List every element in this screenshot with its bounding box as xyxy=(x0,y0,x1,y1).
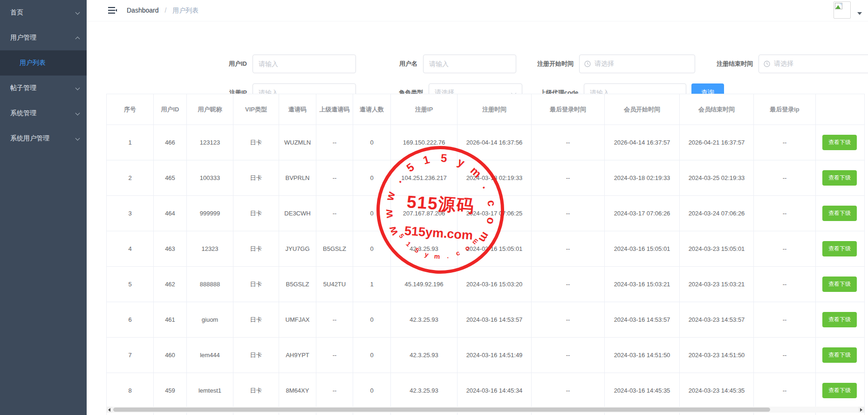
sidebar-item-user-management[interactable]: 用户管理 xyxy=(0,25,87,50)
table-cell: 日卡 xyxy=(233,160,279,196)
table-cell: -- xyxy=(754,267,816,302)
menu-fold-icon[interactable] xyxy=(108,7,117,14)
table-cell: 2024-03-16 15:05:01 xyxy=(605,231,680,267)
table-cell: 104.251.236.217 xyxy=(391,160,458,196)
sidebar-item-label: 首页 xyxy=(10,8,23,17)
sidebar-item-system-user-management[interactable]: 系统用户管理 xyxy=(0,126,87,151)
breadcrumb-dashboard-link[interactable]: Dashboard xyxy=(127,7,159,14)
table-row: 8459lemtest1日卡8M64XY--042.3.25.932024-03… xyxy=(107,373,865,408)
table-cell: 464 xyxy=(154,196,187,231)
table-cell: -- xyxy=(754,338,816,373)
view-subordinates-button[interactable]: 查看下级 xyxy=(822,135,857,150)
table-cell: 0 xyxy=(353,125,391,160)
sidebar: 首页 用户管理 用户列表 帖子管理 系统管理 系统用户管理 xyxy=(0,0,87,415)
table-cell: -- xyxy=(316,125,353,160)
view-subordinates-button[interactable]: 查看下级 xyxy=(822,241,857,256)
table-row: 1466123123日卡WUZMLN--0169.150.222.762026-… xyxy=(107,125,865,160)
table-column-header: 最后登录时间 xyxy=(532,94,605,125)
scrollbar-thumb[interactable] xyxy=(113,408,770,412)
table-cell: -- xyxy=(316,373,353,408)
table-column-header: VIP类型 xyxy=(233,94,279,125)
table-cell: 2024-03-17 07:06:26 xyxy=(605,196,680,231)
view-subordinates-button[interactable]: 查看下级 xyxy=(822,312,857,327)
table-column-header: 注册IP xyxy=(391,94,458,125)
table-cell: 2024-03-17 07:06:25 xyxy=(458,196,532,231)
horizontal-scrollbar[interactable] xyxy=(106,407,864,413)
scroll-left-arrow[interactable] xyxy=(106,407,112,413)
table-cell: -- xyxy=(754,302,816,338)
scroll-right-arrow[interactable] xyxy=(858,407,864,413)
table-cell: 463 xyxy=(154,231,187,267)
table-cell: UMFJAX xyxy=(279,302,316,338)
table-column-header: 注册时间 xyxy=(458,94,532,125)
clock-icon xyxy=(584,61,591,67)
view-subordinates-button[interactable]: 查看下级 xyxy=(822,170,857,186)
table-cell-action: 查看下级 xyxy=(816,373,865,408)
table-cell: -- xyxy=(532,338,605,373)
table-cell: 5U42TU xyxy=(316,267,353,302)
table-cell: lem444 xyxy=(187,338,233,373)
filter-reg-start-time: 注册开始时间 请选择 xyxy=(535,55,695,73)
table-cell: 日卡 xyxy=(233,196,279,231)
table-cell: 8 xyxy=(107,373,154,408)
table-cell: 8M64XY xyxy=(279,373,316,408)
table-cell: 2024-03-16 14:45:34 xyxy=(458,373,532,408)
table-cell-action: 查看下级 xyxy=(816,231,865,267)
table-cell: 0 xyxy=(353,302,391,338)
table-cell: 2024-03-24 07:06:26 xyxy=(680,196,754,231)
table-cell: 0 xyxy=(353,231,391,267)
table-cell: 2024-03-23 14:51:50 xyxy=(680,338,754,373)
user-id-input[interactable] xyxy=(253,55,356,73)
table-cell-action: 查看下级 xyxy=(816,338,865,373)
table-cell: 日卡 xyxy=(233,267,279,302)
sidebar-item-home[interactable]: 首页 xyxy=(0,0,87,25)
table-cell: 2024-03-25 02:19:33 xyxy=(680,160,754,196)
reg-end-time-picker[interactable]: 请选择 xyxy=(759,55,868,73)
reg-start-time-picker[interactable]: 请选择 xyxy=(579,55,695,73)
table-column-header: 序号 xyxy=(107,94,154,125)
table-cell: 123123 xyxy=(187,125,233,160)
table-header-row: 序号用户ID用户昵称VIP类型邀请码上级邀请码邀请人数注册IP注册时间最后登录时… xyxy=(107,94,865,125)
table-cell: B5GSLZ xyxy=(279,267,316,302)
table-cell: -- xyxy=(532,373,605,408)
table-cell: -- xyxy=(532,160,605,196)
sidebar-item-label: 帖子管理 xyxy=(10,84,36,92)
table-cell: 2026-04-21 16:37:57 xyxy=(680,125,754,160)
field-label: 用户ID xyxy=(209,60,247,68)
table-cell: 12323 xyxy=(187,231,233,267)
avatar-dropdown-caret[interactable] xyxy=(857,12,862,15)
sidebar-item-label: 用户列表 xyxy=(20,59,46,67)
table-cell-action: 查看下级 xyxy=(816,267,865,302)
table-row: 7460lem444日卡AH9YPT--042.3.25.932024-03-1… xyxy=(107,338,865,373)
sidebar-item-post-management[interactable]: 帖子管理 xyxy=(0,76,87,101)
table-cell: 4 xyxy=(107,231,154,267)
view-subordinates-button[interactable]: 查看下级 xyxy=(822,206,857,221)
table-column-header: 用户ID xyxy=(154,94,187,125)
chevron-down-icon xyxy=(75,10,80,15)
table-cell: 42.3.25.93 xyxy=(391,338,458,373)
table-cell: -- xyxy=(532,196,605,231)
username-input[interactable] xyxy=(423,55,516,73)
table-cell: 6 xyxy=(107,302,154,338)
avatar[interactable] xyxy=(834,1,851,19)
table-row: 446312323日卡JYU7GGB5GSLZ042.3.25.932024-0… xyxy=(107,231,865,267)
table-cell: 999999 xyxy=(187,196,233,231)
table-cell: 1 xyxy=(353,267,391,302)
table-cell: 0 xyxy=(353,373,391,408)
view-subordinates-button[interactable]: 查看下级 xyxy=(822,277,857,292)
view-subordinates-button[interactable]: 查看下级 xyxy=(822,347,857,363)
table-cell: 100333 xyxy=(187,160,233,196)
table-row: 3464999999日卡DE3CWH--0207.167.87.2062024-… xyxy=(107,196,865,231)
table-cell: 459 xyxy=(154,373,187,408)
breadcrumb: Dashboard / 用户列表 xyxy=(127,7,198,15)
table-cell: -- xyxy=(316,196,353,231)
table-cell: -- xyxy=(316,160,353,196)
table-cell: 7 xyxy=(107,338,154,373)
sidebar-item-user-list[interactable]: 用户列表 xyxy=(0,50,87,76)
table-cell: 465 xyxy=(154,160,187,196)
table-cell: 45.149.92.196 xyxy=(391,267,458,302)
sidebar-item-system-management[interactable]: 系统管理 xyxy=(0,101,87,126)
table-cell: 5 xyxy=(107,267,154,302)
filter-user-id: 用户ID xyxy=(209,55,356,73)
view-subordinates-button[interactable]: 查看下级 xyxy=(822,383,857,398)
